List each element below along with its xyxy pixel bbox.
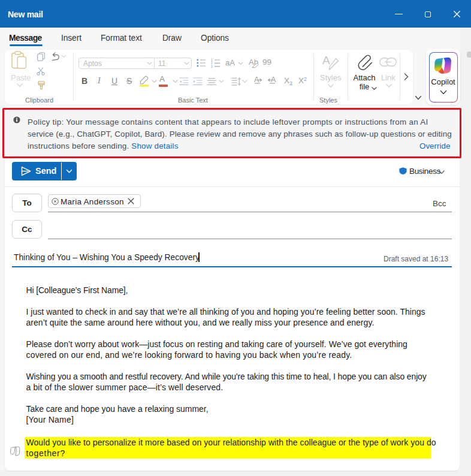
svg-text:3: 3 xyxy=(211,65,213,68)
svg-text:2: 2 xyxy=(211,62,213,65)
svg-text:1: 1 xyxy=(211,59,213,62)
